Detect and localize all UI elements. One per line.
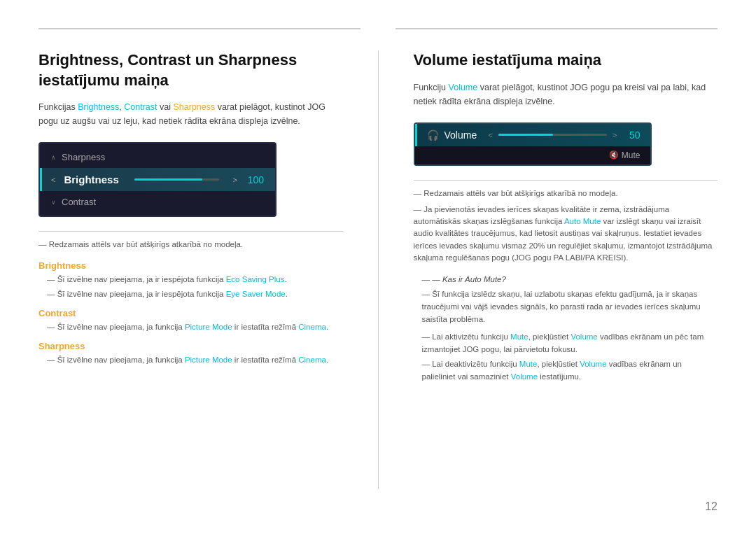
left-column: Brightness, Contrast un Sharpness iestat… <box>38 50 379 489</box>
brightness-note1: Šī izvēlne nav pieejama, ja ir iespējota… <box>38 274 343 286</box>
volume-label: Volume <box>444 129 483 141</box>
picture-mode-ref1: Picture Mode <box>185 323 232 331</box>
brightness-slider-track <box>134 178 218 181</box>
volume-arrow-right-icon: > <box>612 131 617 139</box>
volume-ref-intro: Volume <box>449 83 478 92</box>
picture-mode-ref2: Picture Mode <box>185 356 232 364</box>
volume-slider-fill <box>498 134 553 136</box>
right-note-section: Redzamais attēls var būt atšķirīgs atkar… <box>414 180 718 265</box>
osd-brightness-label: Brightness <box>64 174 123 185</box>
mute-label: Mute <box>622 150 640 160</box>
auto-mute-ref: Auto Mute <box>564 217 601 225</box>
left-main-note: Redzamais attēls var būt atšķirīgs atkar… <box>38 239 343 251</box>
right-note2: Ja pievienotās ievades ierīces skaņas kv… <box>414 204 718 264</box>
osd-sharpness-item: ∧ Sharpness <box>40 146 275 168</box>
cinema-ref1: Cinema <box>298 323 326 331</box>
arrow-right-icon: > <box>233 176 237 184</box>
contrast-subheading: Contrast <box>38 308 343 318</box>
page: Brightness, Contrast un Sharpness iestat… <box>0 0 756 534</box>
left-section-intro: Funkcijas Brightness, Contrast vai Sharp… <box>38 100 343 128</box>
right-note4: Lai deaktivizētu funkciju Mute, piekļūst… <box>414 358 718 384</box>
volume-value: 50 <box>623 129 640 141</box>
volume-ref2: Volume <box>570 332 597 341</box>
top-dividers <box>38 28 718 29</box>
osd-sharpness-label: Sharpness <box>62 152 105 162</box>
volume-ref4: Volume <box>511 372 538 381</box>
eye-saver-mode-ref: Eye Saver Mode <box>226 290 286 298</box>
brightness-subheading: Brightness <box>38 260 343 271</box>
osd-contrast-label: Contrast <box>62 197 96 207</box>
contrast-ref: Contrast <box>124 102 157 112</box>
mute-row: 🔇 Mute <box>415 146 650 164</box>
volume-arrow-left-icon: < <box>489 131 493 139</box>
arrow-left-icon: < <box>51 176 55 184</box>
sharpness-subheading: Sharpness <box>38 341 343 351</box>
volume-slider-track <box>498 134 607 136</box>
page-number-value: 12 <box>705 500 718 512</box>
volume-osd: 🎧 Volume < > 50 🔇 Mute <box>414 122 652 166</box>
volume-ref3: Volume <box>580 360 606 368</box>
chevron-up-icon: ∧ <box>51 154 56 161</box>
kas-note: Šī funkcija izslēdz skaņu, lai uzlabotu … <box>414 288 718 325</box>
brightness-ref: Brightness <box>78 102 119 112</box>
top-divider-right <box>396 28 718 29</box>
sharpness-note: Šī izvēlne nav pieejama, ja funkcija Pic… <box>38 354 343 367</box>
right-section-intro: Funkciju Volume varat pielāgot, kustinot… <box>414 80 718 108</box>
brightness-note2: Šī izvēlne nav pieejama, ja ir iespējota… <box>38 288 343 301</box>
top-divider-left <box>38 28 360 29</box>
volume-row: 🎧 Volume < > 50 <box>415 124 650 146</box>
brightness-slider-fill <box>134 178 202 181</box>
left-note-section: Redzamais attēls var būt atšķirīgs atkar… <box>38 231 343 251</box>
right-note3: Lai aktivizētu funkciju Mute, piekļūstie… <box>414 331 718 356</box>
content-row: Brightness, Contrast un Sharpness iestat… <box>38 50 718 489</box>
osd-menu: ∧ Sharpness < Brightness > 100 ∨ Contras… <box>38 142 276 217</box>
osd-brightness-value: 100 <box>243 174 264 185</box>
right-note1: Redzamais attēls var būt atšķirīgs atkar… <box>414 188 718 199</box>
right-column: Volume iestatījuma maiņa Funkciju Volume… <box>379 50 718 489</box>
sharpness-ref: Sharpness <box>173 102 215 112</box>
osd-contrast-item: ∨ Contrast <box>40 191 275 213</box>
mute-ref1: Mute <box>510 332 528 341</box>
chevron-down-icon: ∨ <box>51 199 56 206</box>
cinema-ref2: Cinema <box>298 356 326 364</box>
headphone-icon: 🎧 <box>427 129 439 141</box>
contrast-note: Šī izvēlne nav pieejama, ja funkcija Pic… <box>38 321 343 334</box>
eco-saving-plus-ref: Eco Saving Plus <box>226 275 285 283</box>
osd-brightness-item: < Brightness > 100 <box>40 168 275 191</box>
mute-ref2: Mute <box>519 360 538 368</box>
right-section-title: Volume iestatījuma maiņa <box>414 50 718 71</box>
page-number: 12 <box>38 496 718 513</box>
left-section-title: Brightness, Contrast un Sharpness iestat… <box>38 50 343 90</box>
kas-subheading: — Kas ir Auto Mute? <box>414 274 718 286</box>
mute-icon: 🔇 <box>609 150 619 160</box>
